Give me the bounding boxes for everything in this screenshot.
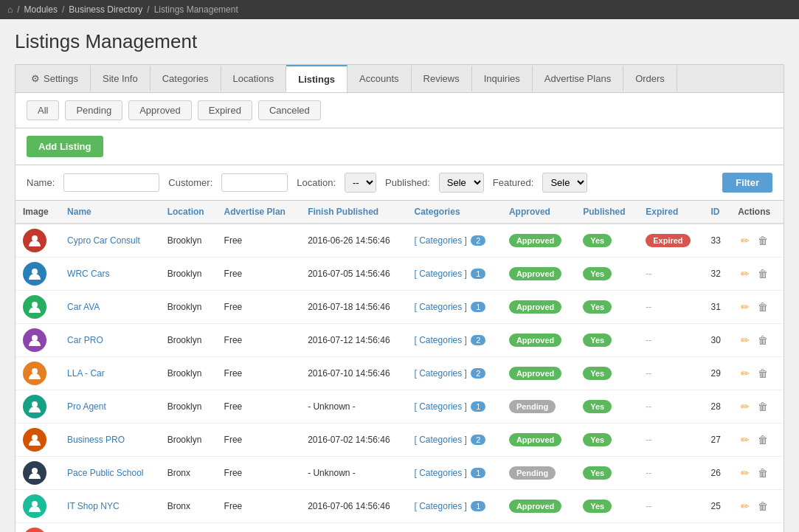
approved-badge: Approved	[509, 267, 561, 280]
tab-listings[interactable]: Listings	[286, 65, 347, 92]
categories-count: 2	[471, 235, 485, 246]
cell-id: 24	[703, 523, 730, 533]
delete-button[interactable]: 🗑	[755, 466, 771, 480]
listing-name-link[interactable]: Pro Agent	[67, 401, 106, 412]
cell-published: Yes	[575, 224, 638, 258]
tab-reviews[interactable]: Reviews	[412, 66, 472, 91]
customer-input[interactable]	[221, 173, 288, 192]
cell-actions: ✏ 🗑	[730, 291, 784, 324]
cell-approved: Approved	[502, 258, 575, 291]
categories-link[interactable]: [ Categories ]	[415, 501, 467, 511]
listing-name-link[interactable]: Cypro Car Consult	[67, 235, 140, 246]
add-listing-bar: Add Listing	[15, 128, 784, 165]
approved-badge: Pending	[509, 466, 556, 480]
cell-name: BB Shoping Center	[60, 523, 160, 533]
filter-submit-button[interactable]: Filter	[722, 173, 772, 193]
cell-id: 32	[703, 258, 730, 291]
add-listing-button[interactable]: Add Listing	[27, 136, 103, 157]
name-input[interactable]	[63, 173, 159, 192]
delete-button[interactable]: 🗑	[755, 233, 771, 248]
tab-accounts[interactable]: Accounts	[347, 66, 411, 91]
cell-approved: Approved	[502, 291, 575, 324]
categories-link[interactable]: [ Categories ]	[415, 335, 467, 345]
categories-link[interactable]: [ Categories ]	[415, 235, 467, 246]
cell-image	[15, 490, 60, 523]
filter-all[interactable]: All	[27, 100, 59, 120]
tab-inquiries[interactable]: Inquiries	[472, 66, 533, 91]
filter-canceled[interactable]: Canceled	[258, 100, 321, 120]
delete-button[interactable]: 🗑	[755, 366, 771, 381]
filter-expired[interactable]: Expired	[198, 100, 252, 120]
listing-name-link[interactable]: Pace Public School	[67, 468, 143, 478]
tab-orders[interactable]: Orders	[623, 66, 677, 91]
edit-button[interactable]: ✏	[738, 233, 753, 248]
cell-finish-published: 2016-07-06 14:56:46	[300, 490, 407, 523]
published-select[interactable]: Sele	[439, 173, 484, 193]
listing-name-link[interactable]: WRC Cars	[67, 269, 109, 279]
edit-button[interactable]: ✏	[738, 366, 753, 381]
cell-finish-published: 2016-07-18 14:56:46	[300, 291, 407, 324]
categories-link[interactable]: [ Categories ]	[415, 368, 467, 379]
listing-name-link[interactable]: LLA - Car	[67, 368, 105, 379]
listing-avatar	[23, 328, 46, 352]
cell-plan: Free	[217, 390, 301, 424]
col-id[interactable]: ID	[703, 201, 730, 224]
col-advertise-plan[interactable]: Advertise Plan	[217, 201, 301, 224]
tab-categories[interactable]: Categories	[151, 66, 221, 91]
filter-approved[interactable]: Approved	[128, 100, 192, 120]
edit-button[interactable]: ✏	[738, 499, 753, 514]
breadcrumb-business-directory[interactable]: Business Directory	[69, 4, 142, 15]
categories-link[interactable]: [ Categories ]	[415, 302, 467, 312]
home-icon[interactable]: ⌂	[7, 4, 13, 15]
search-bar: Name: Customer: Location: -- Published: …	[15, 165, 784, 201]
cell-image	[15, 357, 60, 390]
listing-name-link[interactable]: Car PRO	[67, 335, 103, 345]
edit-button[interactable]: ✏	[738, 432, 753, 447]
approved-badge: Approved	[509, 334, 561, 347]
edit-button[interactable]: ✏	[738, 333, 753, 348]
edit-button[interactable]: ✏	[738, 266, 753, 281]
edit-button[interactable]: ✏	[738, 300, 753, 314]
delete-button[interactable]: 🗑	[755, 266, 771, 281]
featured-label: Featured:	[493, 177, 534, 188]
col-location[interactable]: Location	[160, 201, 217, 224]
cell-plan: Free	[217, 457, 301, 490]
col-name[interactable]: Name	[60, 201, 160, 224]
delete-button[interactable]: 🗑	[755, 300, 771, 314]
categories-link[interactable]: [ Categories ]	[415, 401, 467, 412]
listing-name-link[interactable]: Car AVA	[67, 302, 100, 312]
categories-count: 1	[471, 468, 485, 478]
filter-pending[interactable]: Pending	[65, 100, 122, 120]
categories-link[interactable]: [ Categories ]	[415, 435, 467, 445]
col-expired[interactable]: Expired	[638, 201, 703, 224]
col-finish-published[interactable]: Finish Published	[300, 201, 407, 224]
delete-button[interactable]: 🗑	[755, 499, 771, 514]
col-published[interactable]: Published	[575, 201, 638, 224]
categories-link[interactable]: [ Categories ]	[415, 468, 467, 478]
listing-avatar	[23, 494, 46, 518]
cell-actions: ✏ 🗑	[730, 490, 784, 523]
col-approved[interactable]: Approved	[502, 201, 575, 224]
tab-locations[interactable]: Locations	[221, 66, 287, 91]
delete-button[interactable]: 🗑	[755, 333, 771, 348]
listings-table: Image Name Location Advertise Plan Finis…	[15, 201, 784, 532]
delete-button[interactable]: 🗑	[755, 432, 771, 447]
published-label: Published:	[385, 177, 430, 188]
edit-button[interactable]: ✏	[738, 399, 753, 414]
listing-name-link[interactable]: IT Shop NYC	[67, 501, 119, 511]
tab-site-info[interactable]: Site Info	[91, 66, 151, 91]
tab-advertise-plans[interactable]: Advertise Plans	[533, 66, 623, 91]
cell-expired: --	[638, 424, 703, 457]
edit-button[interactable]: ✏	[738, 466, 753, 480]
listing-name-link[interactable]: Business PRO	[67, 435, 125, 445]
delete-button[interactable]: 🗑	[755, 399, 771, 414]
location-select[interactable]: --	[345, 173, 376, 193]
categories-link[interactable]: [ Categories ]	[415, 269, 467, 279]
categories-count: 2	[471, 368, 485, 379]
breadcrumb-modules[interactable]: Modules	[24, 4, 58, 15]
cell-id: 30	[703, 324, 730, 357]
featured-select[interactable]: Sele	[542, 173, 587, 193]
tab-settings[interactable]: ⚙ Settings	[19, 66, 91, 91]
cell-published: Yes	[575, 291, 638, 324]
cell-name: Car PRO	[60, 324, 160, 357]
